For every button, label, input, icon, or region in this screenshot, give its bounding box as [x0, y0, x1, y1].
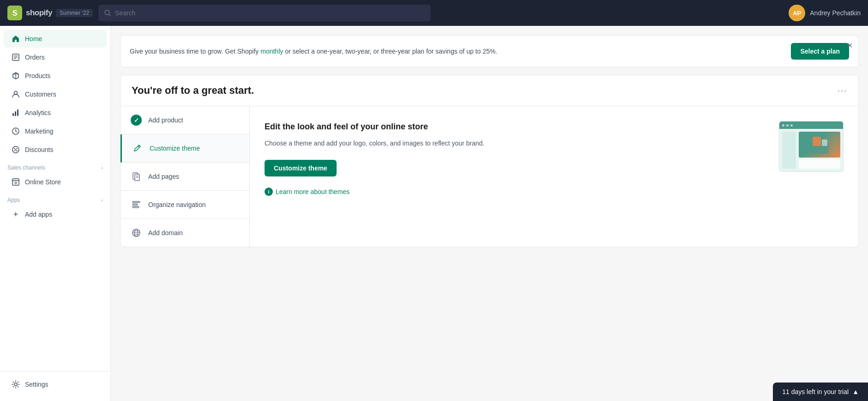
step-customize-theme-label: Customize theme	[150, 145, 200, 152]
add-domain-icon	[130, 226, 143, 239]
analytics-label: Analytics	[25, 109, 51, 116]
theme-preview-card	[799, 159, 840, 169]
svg-rect-28	[133, 207, 139, 208]
svg-rect-27	[133, 204, 138, 206]
add-pages-icon	[130, 170, 143, 183]
sales-channels-label: Sales channels	[7, 164, 45, 171]
banner-text: Give your business time to grow. Get Sho…	[130, 47, 784, 56]
sidebar-item-products[interactable]: Products	[4, 67, 107, 85]
svg-rect-35	[813, 137, 821, 146]
svg-rect-12	[15, 111, 16, 116]
products-label: Products	[25, 72, 50, 79]
step-organize-navigation[interactable]: Organize navigation	[121, 191, 249, 219]
svg-rect-36	[822, 140, 827, 146]
svg-point-20	[15, 182, 17, 184]
search-icon	[104, 9, 111, 17]
sidebar-item-analytics[interactable]: Analytics	[4, 104, 107, 122]
customers-label: Customers	[25, 91, 56, 98]
svg-rect-13	[17, 109, 18, 116]
orders-label: Orders	[25, 54, 45, 61]
step-detail-content: Edit the look and feel of your online st…	[265, 121, 768, 196]
svg-rect-11	[12, 113, 14, 116]
learn-more-label: Learn more about themes	[276, 188, 350, 195]
apps-section: Apps ›	[0, 191, 110, 205]
sidebar-item-add-apps[interactable]: + Add apps	[4, 206, 107, 223]
sidebar-item-customers[interactable]: Customers	[4, 85, 107, 103]
upgrade-banner: Give your business time to grow. Get Sho…	[120, 35, 859, 67]
analytics-icon	[11, 108, 20, 117]
chevron-right-icon: ›	[101, 165, 103, 170]
sidebar-item-discounts[interactable]: Discounts	[4, 141, 107, 158]
step-organize-nav-label: Organize navigation	[148, 201, 206, 208]
trial-bar-text: 11 days left in your trial	[782, 388, 849, 395]
banner-close-button[interactable]: ✕	[847, 41, 853, 50]
search-bar[interactable]	[98, 5, 431, 21]
step-detail-title: Edit the look and feel of your online st…	[265, 121, 768, 133]
discounts-icon	[11, 145, 20, 154]
theme-preview-sidebar	[782, 132, 796, 169]
info-icon: i	[265, 188, 273, 196]
content-area: Give your business time to grow. Get Sho…	[111, 26, 868, 401]
marketing-label: Marketing	[25, 128, 53, 135]
svg-rect-26	[133, 201, 140, 203]
sidebar-footer: Settings	[0, 371, 110, 397]
apps-chevron-icon: ›	[101, 197, 103, 203]
avatar: AP	[789, 5, 805, 21]
step-check-icon	[130, 114, 143, 127]
preview-dot-1	[782, 124, 784, 127]
step-add-pages[interactable]: Add pages	[121, 163, 249, 191]
marketing-icon	[11, 127, 20, 136]
sidebar-item-marketing[interactable]: Marketing	[4, 122, 107, 140]
learn-more-link[interactable]: i Learn more about themes	[265, 188, 768, 196]
svg-text:S: S	[12, 9, 18, 17]
settings-icon	[11, 380, 20, 389]
sidebar-item-orders[interactable]: Orders	[4, 49, 107, 66]
main-layout: Home Orders Pro	[0, 26, 868, 401]
topbar-logo: S shopify Summer '22	[7, 6, 93, 20]
svg-rect-19	[12, 181, 19, 185]
trial-bar-arrow-icon: ▲	[852, 388, 859, 395]
topbar: S shopify Summer '22 AP Andrey Pechatkin	[0, 0, 868, 26]
step-add-product[interactable]: Add product	[121, 106, 249, 134]
customize-theme-button[interactable]: Customize theme	[265, 160, 337, 176]
trial-bar[interactable]: 11 days left in your trial ▲	[773, 383, 868, 401]
theme-preview-main	[799, 132, 840, 169]
svg-line-3	[109, 14, 110, 16]
step-detail-desc: Choose a theme and add your logo, colors…	[265, 138, 768, 148]
hero-illustration	[808, 133, 831, 156]
select-plan-button[interactable]: Select a plan	[791, 43, 849, 60]
svg-point-18	[16, 150, 17, 151]
shopify-logo-icon: S	[7, 6, 22, 20]
sidebar-item-settings[interactable]: Settings	[4, 376, 107, 393]
step-add-domain-label: Add domain	[148, 229, 183, 237]
sidebar-item-home[interactable]: Home	[4, 30, 107, 48]
sidebar-item-online-store[interactable]: Online Store	[4, 173, 107, 191]
customize-theme-icon	[131, 142, 144, 155]
shopify-wordmark: shopify	[26, 8, 52, 18]
monthly-link[interactable]: monthly	[260, 48, 283, 55]
step-add-domain[interactable]: Add domain	[121, 219, 249, 247]
products-icon	[11, 71, 20, 80]
setup-card: You're off to a great start. ··· Add pro…	[120, 75, 859, 247]
search-input[interactable]	[115, 9, 425, 17]
sidebar: Home Orders Pro	[0, 26, 111, 401]
setup-card-body: Add product Customize theme	[121, 106, 858, 247]
store-icon	[11, 177, 20, 187]
theme-preview-image	[779, 121, 844, 172]
setup-card-header: You're off to a great start. ···	[121, 75, 858, 106]
summer-badge: Summer '22	[56, 9, 93, 17]
preview-dot-2	[786, 124, 789, 127]
home-label: Home	[25, 35, 42, 43]
orders-icon	[11, 53, 20, 62]
step-customize-theme[interactable]: Customize theme	[121, 134, 249, 163]
steps-list: Add product Customize theme	[121, 106, 250, 247]
add-apps-icon: +	[11, 210, 20, 219]
step-detail: Edit the look and feel of your online st…	[250, 106, 858, 247]
home-icon	[11, 34, 20, 43]
step-add-pages-label: Add pages	[148, 173, 179, 180]
topbar-right: AP Andrey Pechatkin	[789, 5, 861, 21]
customers-icon	[11, 90, 20, 99]
preview-dot-3	[790, 124, 793, 127]
more-options-button[interactable]: ···	[838, 86, 847, 96]
theme-preview-header	[779, 122, 843, 129]
